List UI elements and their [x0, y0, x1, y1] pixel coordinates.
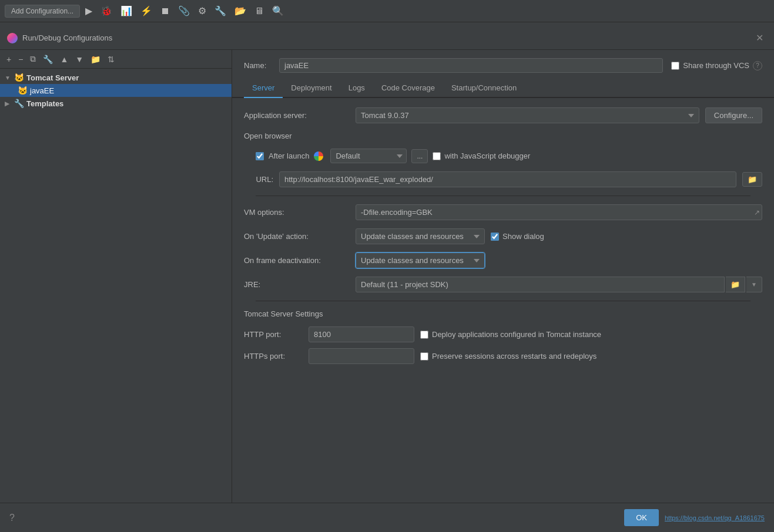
open-browser-label: Open browser	[244, 132, 762, 140]
on-frame-deactivation-row: On frame deactivation: Update classes an…	[244, 252, 762, 268]
dialog-title-text: Run/Debug Configurations	[22, 33, 748, 42]
jre-label: JRE:	[244, 280, 350, 289]
http-port-input[interactable]	[309, 326, 414, 342]
on-frame-deactivation-select[interactable]: Update classes and resources Do nothing …	[356, 252, 485, 268]
top-toolbar: Add Configuration... ▶ 🐞 📊 ⚡ ⏹ 📎 ⚙ 🔧 📂 🖥…	[0, 0, 774, 22]
on-update-select[interactable]: Update classes and resources Redeploy Re…	[356, 228, 485, 244]
url-folder-button[interactable]: 📁	[742, 172, 762, 187]
tree-node-javaee[interactable]: 🐱 javaEE	[0, 84, 232, 97]
on-update-label: On 'Update' action:	[244, 232, 350, 241]
tab-server[interactable]: Server	[244, 79, 283, 98]
vm-input-wrap: ↗	[356, 204, 762, 220]
attach-button[interactable]: 📎	[175, 4, 193, 18]
dialog-footer: ? OK https://blog.csdn.net/qq_A1861675	[0, 503, 774, 532]
javaee-icon: 🐱	[18, 86, 28, 95]
tab-startup-connection[interactable]: Startup/Connection	[443, 79, 525, 98]
open-browser-section: Open browser After launch Default Chrome…	[244, 132, 762, 163]
copy-config-button[interactable]: ⧉	[27, 52, 39, 66]
run-with-coverage-button[interactable]: 📊	[118, 4, 135, 18]
move-down-button[interactable]: ▼	[72, 53, 86, 66]
js-debug-row: with JavaScript debugger	[433, 151, 530, 160]
tab-logs[interactable]: Logs	[340, 79, 373, 98]
browser-settings-button[interactable]: ...	[411, 149, 428, 163]
jre-arrow-button[interactable]: ▼	[746, 277, 762, 292]
share-vcs-checkbox[interactable]	[671, 62, 679, 70]
footer-right: OK https://blog.csdn.net/qq_A1861675	[624, 509, 765, 526]
footer-link[interactable]: https://blog.csdn.net/qq_A1861675	[665, 514, 765, 521]
vm-expand-button[interactable]: ↗	[754, 208, 760, 217]
tab-deployment[interactable]: Deployment	[283, 79, 340, 98]
debug-icon-button[interactable]: 🐞	[98, 4, 115, 18]
https-port-label: HTTPs port:	[244, 352, 303, 361]
js-debugger-label: with JavaScript debugger	[444, 151, 530, 160]
form-content: Application server: Tomcat 9.0.37 Config…	[232, 98, 774, 373]
preserve-sessions-checkbox[interactable]	[420, 352, 428, 361]
divider-1	[256, 196, 750, 196]
https-port-row: HTTPs port: Preserve sessions across res…	[244, 348, 762, 364]
show-dialog-label: Show dialog	[502, 232, 544, 241]
preserve-sessions-label: Preserve sessions across restarts and re…	[432, 352, 597, 361]
vm-options-row: VM options: ↗	[244, 204, 762, 220]
dialog-body: + − ⧉ 🔧 ▲ ▼ 📁 ⇅ ▼ 🐱 Tomcat Server 🐱	[0, 50, 774, 503]
jre-select-wrap: 📁 ▼	[356, 277, 762, 292]
on-update-row: On 'Update' action: Update classes and r…	[244, 228, 762, 244]
name-input[interactable]	[279, 58, 663, 73]
tab-code-coverage[interactable]: Code Coverage	[373, 79, 443, 98]
url-row: URL: 📁	[244, 171, 762, 187]
sort-button[interactable]: ⇅	[105, 53, 118, 66]
search-button[interactable]: 🔍	[269, 4, 287, 18]
vm-options-input[interactable]	[356, 204, 762, 220]
config-settings-button[interactable]: 🔧	[40, 53, 56, 66]
tree-node-templates[interactable]: ▶ 🔧 Templates	[0, 97, 232, 110]
vm-options-label: VM options:	[244, 208, 350, 217]
chrome-icon	[314, 151, 323, 161]
tomcat-settings-header: Tomcat Server Settings	[244, 309, 762, 318]
tomcat-settings-section: Tomcat Server Settings HTTP port: Deploy…	[244, 309, 762, 364]
profile-button[interactable]: ⚡	[138, 4, 155, 18]
run-debug-dialog: Run/Debug Configurations ✕ + − ⧉ 🔧 ▲ ▼ 📁…	[0, 26, 774, 532]
add-config-tree-button[interactable]: +	[4, 53, 14, 66]
stop-button[interactable]: ⏹	[158, 4, 173, 18]
javaee-label: javaEE	[30, 86, 54, 95]
show-dialog-checkbox[interactable]	[491, 233, 499, 241]
run-config-button[interactable]: ⚙	[195, 4, 209, 18]
add-configuration-button[interactable]: Add Configuration...	[5, 5, 80, 18]
app-server-row: Application server: Tomcat 9.0.37 Config…	[244, 107, 762, 123]
help-button[interactable]: ?	[9, 513, 15, 523]
after-launch-checkbox[interactable]	[256, 152, 264, 160]
settings-button[interactable]: 🔧	[212, 4, 229, 18]
dialog-close-button[interactable]: ✕	[752, 31, 767, 45]
jre-folder-button[interactable]: 📁	[726, 277, 745, 292]
dialog-titlebar: Run/Debug Configurations ✕	[0, 26, 774, 50]
configure-button[interactable]: Configure...	[705, 107, 762, 123]
https-port-input[interactable]	[309, 348, 414, 364]
screen-button[interactable]: 🖥	[252, 4, 267, 18]
deploy-label: Deploy applications configured in Tomcat…	[432, 330, 601, 339]
share-row: Share through VCS ?	[671, 61, 762, 70]
js-debugger-checkbox[interactable]	[433, 152, 441, 160]
browser-select[interactable]: Default Chrome Firefox	[330, 149, 407, 163]
name-label: Name:	[244, 61, 273, 70]
folder-button[interactable]: 📁	[88, 53, 103, 66]
right-panel: Name: Share through VCS ? Server Deploym…	[232, 50, 774, 503]
http-port-label: HTTP port:	[244, 330, 303, 339]
run-icon-button[interactable]: ▶	[82, 4, 95, 18]
deploy-checkbox[interactable]	[420, 331, 428, 339]
browser-row: After launch Default Chrome Firefox ... …	[244, 149, 762, 163]
help-icon[interactable]: ?	[753, 61, 762, 70]
move-up-button[interactable]: ▲	[57, 53, 71, 66]
url-input[interactable]	[279, 171, 736, 187]
show-dialog-row: Show dialog	[491, 232, 544, 241]
project-button[interactable]: 📂	[232, 4, 249, 18]
app-server-select[interactable]: Tomcat 9.0.37	[356, 107, 699, 123]
templates-icon: 🔧	[14, 99, 24, 108]
tree-node-tomcat-server[interactable]: ▼ 🐱 Tomcat Server	[0, 71, 232, 84]
remove-config-button[interactable]: −	[15, 53, 26, 66]
tomcat-server-label: Tomcat Server	[26, 73, 79, 82]
deploy-checkbox-row: Deploy applications configured in Tomcat…	[420, 330, 601, 339]
config-tree: ▼ 🐱 Tomcat Server 🐱 javaEE ▶ 🔧 Templates	[0, 69, 232, 503]
ok-button[interactable]: OK	[624, 509, 659, 526]
after-launch-label: After launch	[269, 151, 309, 160]
templates-label: Templates	[26, 99, 63, 108]
jre-input[interactable]	[356, 277, 725, 292]
